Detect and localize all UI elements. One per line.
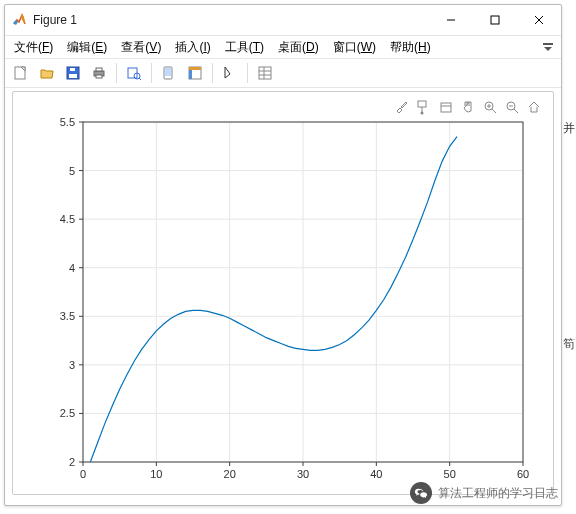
close-button[interactable]: [517, 5, 561, 35]
titlebar: Figure 1: [5, 5, 561, 36]
svg-text:60: 60: [517, 468, 529, 480]
watermark-text: 算法工程师的学习日志: [438, 485, 558, 502]
zoom-out-icon[interactable]: [503, 98, 521, 116]
svg-rect-0: [11, 12, 27, 28]
print-button[interactable]: [87, 61, 111, 85]
menu-view[interactable]: 查看(V): [115, 37, 167, 58]
svg-rect-28: [441, 103, 451, 112]
axes-toolbar: [393, 98, 543, 116]
wechat-icon: [410, 482, 432, 504]
svg-text:2: 2: [69, 456, 75, 468]
separator: [151, 63, 152, 83]
axes[interactable]: 010203040506022.533.544.555.5: [13, 92, 553, 494]
menu-window[interactable]: 窗口(W): [327, 37, 382, 58]
menu-desktop[interactable]: 桌面(D): [272, 37, 325, 58]
zoom-in-icon[interactable]: [481, 98, 499, 116]
svg-text:4.5: 4.5: [60, 213, 75, 225]
svg-rect-9: [70, 68, 75, 71]
tool-print-preview[interactable]: [122, 61, 146, 85]
svg-line-35: [514, 109, 518, 113]
menubar: 文件(F) 编辑(E) 查看(V) 插入(I) 工具(T) 桌面(D) 窗口(W…: [5, 36, 561, 59]
svg-text:5.5: 5.5: [60, 116, 75, 128]
toolbar: [5, 59, 561, 88]
svg-text:5: 5: [69, 165, 75, 177]
matlab-icon: [11, 12, 27, 28]
svg-rect-12: [96, 75, 102, 78]
side-glyph-2: 筍: [563, 336, 575, 353]
svg-rect-8: [69, 74, 77, 78]
svg-text:4: 4: [69, 262, 75, 274]
svg-text:3.5: 3.5: [60, 310, 75, 322]
pan-icon[interactable]: [459, 98, 477, 116]
window-controls: [429, 5, 561, 35]
menu-overflow-icon[interactable]: [537, 43, 559, 51]
rotate-icon[interactable]: [437, 98, 455, 116]
plot-panel: 010203040506022.533.544.555.5: [12, 91, 554, 495]
separator: [116, 63, 117, 83]
maximize-button[interactable]: [473, 5, 517, 35]
svg-rect-2: [491, 16, 499, 24]
datatip-icon[interactable]: [415, 98, 433, 116]
new-figure-button[interactable]: [9, 61, 33, 85]
svg-text:0: 0: [80, 468, 86, 480]
menu-edit[interactable]: 编辑(E): [61, 37, 113, 58]
menu-insert[interactable]: 插入(I): [169, 37, 216, 58]
svg-rect-11: [96, 68, 102, 71]
figure-window: Figure 1 文件(F) 编辑(E) 查看(V) 插入(I) 工具(T) 桌…: [4, 4, 562, 506]
svg-text:50: 50: [444, 468, 456, 480]
window-title: Figure 1: [33, 13, 429, 27]
svg-rect-21: [259, 67, 271, 79]
menu-help[interactable]: 帮助(H): [384, 37, 437, 58]
svg-text:30: 30: [297, 468, 309, 480]
watermark: 算法工程师的学习日志: [410, 482, 558, 504]
svg-rect-5: [543, 43, 553, 45]
save-button[interactable]: [61, 61, 85, 85]
svg-rect-19: [189, 67, 201, 70]
svg-rect-20: [189, 70, 192, 79]
svg-text:2.5: 2.5: [60, 407, 75, 419]
tool-property-editor[interactable]: [253, 61, 277, 85]
svg-text:40: 40: [370, 468, 382, 480]
separator: [212, 63, 213, 83]
menu-file[interactable]: 文件(F): [8, 37, 59, 58]
menu-tools[interactable]: 工具(T): [219, 37, 270, 58]
minimize-button[interactable]: [429, 5, 473, 35]
svg-text:3: 3: [69, 359, 75, 371]
home-icon[interactable]: [525, 98, 543, 116]
svg-point-27: [421, 112, 424, 115]
svg-rect-17: [165, 68, 171, 76]
svg-text:10: 10: [150, 468, 162, 480]
tool-link[interactable]: [157, 61, 181, 85]
tool-edit-plot[interactable]: [218, 61, 242, 85]
open-button[interactable]: [35, 61, 59, 85]
side-glyph-1: 并: [563, 120, 575, 137]
svg-text:20: 20: [224, 468, 236, 480]
svg-rect-25: [418, 101, 426, 107]
svg-line-31: [492, 109, 496, 113]
separator: [247, 63, 248, 83]
tool-insert-colorbar[interactable]: [183, 61, 207, 85]
brush-icon[interactable]: [393, 98, 411, 116]
svg-line-15: [139, 78, 141, 80]
